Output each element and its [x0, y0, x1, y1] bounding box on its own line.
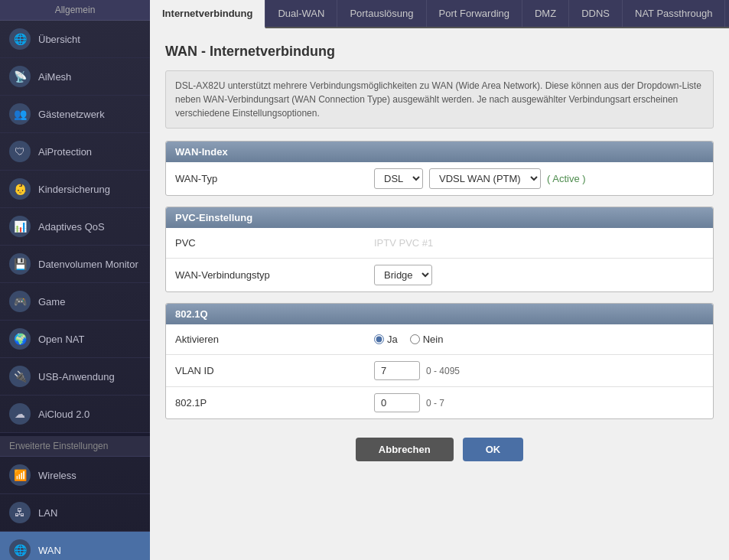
tab-port-forwarding[interactable]: Port Forwarding: [427, 0, 522, 27]
sidebar-label-wireless: Wireless: [38, 470, 76, 481]
sidebar-item-wireless[interactable]: 📶 Wireless: [0, 457, 150, 494]
sidebar-item-gaestenetzwerk[interactable]: 👥 Gästenetzwerk: [0, 96, 150, 133]
lan-icon: 🖧: [9, 502, 31, 523]
page-title: WAN - Internetverbindung: [165, 44, 714, 60]
sidebar-label-kindersicherung: Kindersicherung: [38, 184, 110, 195]
wan-index-header: WAN-Index: [166, 142, 713, 162]
cancel-button[interactable]: Abbrechen: [356, 438, 454, 461]
sidebar-label-aicloud: AiCloud 2.0: [38, 409, 89, 420]
aktivieren-nein-label[interactable]: Nein: [410, 334, 444, 345]
tab-dual-wan[interactable]: Dual-WAN: [265, 0, 337, 27]
tab-bar: Internetverbindung Dual-WAN Portauslösun…: [150, 0, 729, 28]
wan-index-body: WAN-Typ DSL VDSL WAN (PTM) ( Active ): [166, 162, 713, 195]
wan-verbindungstyp-row: WAN-Verbindungstyp Bridge: [166, 259, 713, 291]
tab-internetverbindung[interactable]: Internetverbindung: [150, 0, 265, 28]
pvc-body: PVC IPTV PVC #1 WAN-Verbindungstyp Bridg…: [166, 228, 713, 291]
wan-icon: 🌐: [9, 539, 31, 560]
ok-button[interactable]: OK: [463, 438, 524, 461]
sidebar-item-datenvolumen[interactable]: 💾 Datenvolumen Monitor: [0, 246, 150, 283]
vlan-id-label: VLAN ID: [175, 365, 374, 376]
uebersicht-icon: 🌐: [9, 28, 31, 50]
sidebar-label-lan: LAN: [38, 507, 57, 519]
sidebar-label-gaestenetzwerk: Gästenetzwerk: [38, 109, 105, 120]
tab-ddns[interactable]: DDNS: [569, 0, 623, 27]
pvc-text: IPTV PVC #1: [374, 237, 433, 249]
tab-nat-passthrough[interactable]: NAT Passthrough: [623, 0, 725, 27]
sidebar-label-usb: USB-Anwendung: [38, 371, 115, 383]
sidebar-section-erweiterte: Erweiterte Einstellungen: [0, 433, 150, 457]
sidebar-label-aimesh: AiMesh: [38, 71, 71, 83]
sidebar-item-usb[interactable]: 🔌 USB-Anwendung: [0, 358, 150, 396]
sidebar-item-lan[interactable]: 🖧 LAN: [0, 494, 150, 532]
wan-verbindungstyp-select[interactable]: Bridge: [374, 265, 432, 285]
sidebar-item-opennat[interactable]: 🌍 Open NAT: [0, 321, 150, 358]
aktivieren-nein-radio[interactable]: [410, 334, 420, 344]
dot1p-range: 0 - 7: [426, 398, 444, 409]
sidebar-label-opennat: Open NAT: [38, 334, 84, 345]
aktivieren-radio-group: Ja Nein: [374, 334, 443, 345]
button-row: Abbrechen OK: [165, 430, 714, 469]
wan-verbindungstyp-label: WAN-Verbindungstyp: [175, 269, 374, 281]
wan-index-section: WAN-Index WAN-Typ DSL VDSL WAN (PTM) ( A…: [165, 141, 714, 196]
sidebar-item-wan[interactable]: 🌐 WAN: [0, 532, 150, 560]
sidebar-item-uebersicht[interactable]: 🌐 Übersicht: [0, 21, 150, 58]
sidebar: Allgemein 🌐 Übersicht 📡 AiMesh 👥 Gästene…: [0, 0, 150, 560]
active-badge: ( Active ): [547, 173, 586, 184]
main-content: Internetverbindung Dual-WAN Portauslösun…: [150, 0, 729, 560]
dot1p-label: 802.1P: [175, 397, 374, 409]
vlan-id-range: 0 - 4095: [426, 366, 460, 376]
sidebar-label-adaptivesqos: Adaptives QoS: [38, 221, 105, 233]
sidebar-label-uebersicht: Übersicht: [38, 34, 80, 45]
sidebar-item-adaptivesqos[interactable]: 📊 Adaptives QoS: [0, 208, 150, 246]
tab-dmz[interactable]: DMZ: [522, 0, 569, 27]
kindersicherung-icon: 👶: [9, 178, 31, 200]
aktivieren-label: Aktivieren: [175, 334, 374, 345]
sidebar-item-kindersicherung[interactable]: 👶 Kindersicherung: [0, 171, 150, 208]
opennat-icon: 🌍: [9, 328, 31, 350]
gaestenetzwerk-icon: 👥: [9, 103, 31, 125]
dot1q-body: Aktivieren Ja Nein: [166, 324, 713, 418]
wan-typ-label: WAN-Typ: [175, 173, 374, 184]
aicloud-icon: ☁: [9, 403, 31, 425]
sidebar-label-aiprotection: AiProtection: [38, 146, 92, 158]
ja-text: Ja: [387, 334, 398, 345]
sidebar-label-datenvolumen: Datenvolumen Monitor: [38, 259, 138, 270]
aktivieren-ja-radio[interactable]: [374, 334, 384, 344]
pvc-header: PVC-Einstellung: [166, 207, 713, 228]
sidebar-label-wan: WAN: [38, 545, 61, 556]
aktivieren-ja-label[interactable]: Ja: [374, 334, 398, 345]
aimesh-icon: 📡: [9, 66, 31, 87]
vlan-id-input[interactable]: [374, 361, 420, 380]
sidebar-item-aicloud[interactable]: ☁ AiCloud 2.0: [0, 396, 150, 433]
vlan-id-row: VLAN ID 0 - 4095: [166, 355, 713, 387]
aiprotection-icon: 🛡: [9, 141, 31, 162]
wan-verbindungstyp-value: Bridge: [374, 265, 704, 285]
wireless-icon: 📶: [9, 464, 31, 486]
wan-typ-dsl-select[interactable]: DSL: [374, 168, 423, 189]
nein-text: Nein: [423, 334, 444, 345]
vlan-id-value: 0 - 4095: [374, 361, 704, 380]
pvc-row: PVC IPTV PVC #1: [166, 228, 713, 259]
usb-icon: 🔌: [9, 366, 31, 387]
pvc-value: IPTV PVC #1: [374, 237, 704, 249]
sidebar-item-aiprotection[interactable]: 🛡 AiProtection: [0, 133, 150, 171]
pvc-label: PVC: [175, 237, 374, 249]
dot1q-section: 802.1Q Aktivieren Ja Nein: [165, 303, 714, 419]
sidebar-item-game[interactable]: 🎮 Game: [0, 283, 150, 321]
sidebar-section-allgemein: Allgemein: [0, 0, 150, 21]
game-icon: 🎮: [9, 291, 31, 312]
sidebar-label-game: Game: [38, 296, 65, 308]
dot1p-value: 0 - 7: [374, 393, 704, 412]
page-description: DSL-AX82U unterstützt mehrere Verbindung…: [165, 70, 714, 129]
datenvolumen-icon: 💾: [9, 253, 31, 275]
tab-portausloesung[interactable]: Portauslösung: [337, 0, 426, 27]
wan-typ-row: WAN-Typ DSL VDSL WAN (PTM) ( Active ): [166, 162, 713, 195]
aktivieren-row: Aktivieren Ja Nein: [166, 324, 713, 355]
content-area: WAN - Internetverbindung DSL-AX82U unter…: [150, 28, 729, 560]
sidebar-item-aimesh[interactable]: 📡 AiMesh: [0, 58, 150, 96]
dot1p-input[interactable]: [374, 393, 420, 412]
dot1q-header: 802.1Q: [166, 304, 713, 324]
pvc-section: PVC-Einstellung PVC IPTV PVC #1 WAN-Verb…: [165, 207, 714, 292]
adaptivesqos-icon: 📊: [9, 216, 31, 237]
wan-typ-vdsl-select[interactable]: VDSL WAN (PTM): [429, 168, 541, 189]
